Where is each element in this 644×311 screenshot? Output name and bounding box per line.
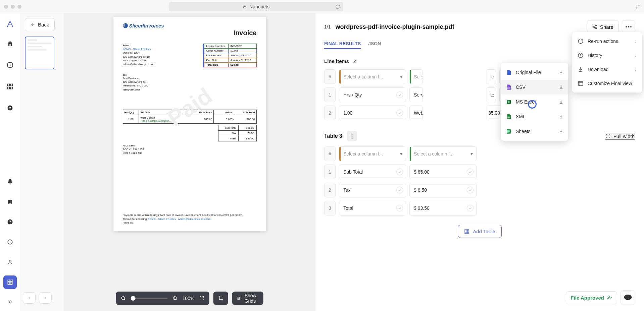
zoom-slider[interactable] <box>131 298 168 299</box>
svg-point-23 <box>351 137 352 138</box>
layout-icon <box>578 80 584 86</box>
cell[interactable]: $ 85.00 <box>409 165 477 179</box>
address-bar[interactable]: Nanonets <box>169 2 343 11</box>
download-xml[interactable]: XML XML <box>501 109 568 124</box>
tab-json[interactable]: JSON <box>368 41 381 49</box>
edit-icon[interactable] <box>353 59 358 64</box>
menu-download[interactable]: Download › Original File CSV CSV <box>572 62 642 76</box>
svg-point-21 <box>351 133 352 134</box>
next-page-button[interactable] <box>39 292 52 304</box>
home-icon[interactable] <box>3 37 17 50</box>
svg-text:?: ? <box>9 220 11 224</box>
back-button[interactable]: Back <box>25 18 55 31</box>
expand-window-icon[interactable] <box>635 4 640 9</box>
file-approved-button[interactable]: File Approved <box>566 291 617 304</box>
compass-icon[interactable] <box>3 101 17 115</box>
download-original-file[interactable]: Original File <box>501 65 568 80</box>
page-nav <box>23 292 52 304</box>
doc-footer: Payment is due within 30 days from date … <box>123 213 257 225</box>
cell[interactable]: $ 93.50 <box>409 201 477 215</box>
column-header-1[interactable]: Select a column l...▾ <box>339 69 406 84</box>
bell-icon[interactable] <box>3 175 17 188</box>
data-grid-icon[interactable] <box>3 275 17 289</box>
excel-file-icon: X <box>506 99 512 105</box>
results-panel: 1/1 wordpress-pdf-invoice-plugin-sample.… <box>315 13 644 311</box>
menu-rerun-actions[interactable]: Re-run actions › <box>572 34 642 48</box>
close-window-icon[interactable] <box>4 5 8 9</box>
show-grids-button[interactable]: Show Grids <box>232 292 263 305</box>
svg-text:X: X <box>508 101 509 104</box>
download-submenu: Original File CSV CSV X MS Excel XM <box>501 63 568 141</box>
expand-rail-icon[interactable] <box>7 300 13 305</box>
user-icon[interactable] <box>3 255 17 269</box>
menu-customize-view[interactable]: Customize Final view <box>572 76 642 90</box>
sheets-file-icon <box>506 128 512 135</box>
arrow-left-icon <box>31 22 35 27</box>
full-width-button[interactable]: Full width <box>605 133 635 140</box>
svg-rect-32 <box>578 81 583 85</box>
cell[interactable]: Tax <box>339 183 406 197</box>
download-sheets[interactable]: Sheets <box>501 124 568 139</box>
add-table-label: Add Table <box>473 229 495 234</box>
prev-page-button[interactable] <box>23 292 36 304</box>
cell[interactable]: Total <box>339 201 406 215</box>
maximize-window-icon[interactable] <box>17 5 21 9</box>
svg-point-18 <box>626 26 627 27</box>
zoom-in-icon[interactable] <box>172 296 178 301</box>
svg-point-22 <box>351 135 352 136</box>
row-num: 3 <box>324 201 336 215</box>
app-logo[interactable] <box>5 19 15 29</box>
file-name: wordpress-pdf-invoice-plugin-sample.pdf <box>335 23 454 30</box>
column-header-3[interactable]: le <box>486 69 496 84</box>
cell[interactable]: Hrs / Qty <box>339 87 406 102</box>
book-icon[interactable] <box>3 195 17 208</box>
bank-block: ANZ Bank ACC # 1234 1234 BSB # 4321 432 <box>123 144 257 155</box>
left-nav-rail: ? <box>0 13 20 311</box>
cell[interactable]: Web <box>409 106 423 120</box>
refresh-icon <box>578 38 584 44</box>
chevron-right-icon: › <box>635 39 637 44</box>
crop-button[interactable] <box>213 292 228 305</box>
menu-history[interactable]: History › <box>572 48 642 62</box>
window-controls <box>4 5 21 9</box>
info-icon[interactable] <box>3 235 17 249</box>
add-table-button[interactable]: Add Table <box>458 225 501 238</box>
help-icon[interactable]: ? <box>3 215 17 229</box>
approval-bar: File Approved <box>566 290 635 305</box>
row-num: 2 <box>324 106 336 120</box>
column-header-2[interactable]: Select a column l... <box>409 69 423 84</box>
cell[interactable]: Sub Total <box>339 165 406 179</box>
xml-file-icon: XML <box>506 113 512 120</box>
table-icon <box>464 229 469 234</box>
thumbnail-sidebar: Back <box>20 13 64 311</box>
column-header[interactable]: Select a column l...▾ <box>409 146 477 161</box>
fullscreen-icon[interactable] <box>199 296 204 301</box>
minimize-window-icon[interactable] <box>11 5 15 9</box>
table-options-button[interactable] <box>347 131 357 141</box>
cell[interactable]: Serv <box>409 87 423 102</box>
expand-icon <box>605 133 611 139</box>
cell[interactable]: $ 8.50 <box>409 183 477 197</box>
column-hash: # <box>324 146 336 161</box>
svg-rect-0 <box>244 6 246 8</box>
zoom-out-icon[interactable] <box>121 296 126 301</box>
tab-final-results[interactable]: FINAL RESULTS <box>324 41 361 49</box>
svg-rect-24 <box>465 230 469 234</box>
cell[interactable]: te <box>486 87 496 102</box>
document-page[interactable]: Paid SlicedInvoices Invoice From: DEMO -… <box>113 17 266 231</box>
reload-icon[interactable] <box>335 4 340 9</box>
more-button[interactable] <box>622 20 635 34</box>
share-button[interactable]: Share <box>587 20 618 34</box>
chat-widget[interactable] <box>621 290 635 305</box>
download-excel[interactable]: X MS Excel <box>501 95 568 109</box>
more-menu: Re-run actions › History › Download › Or… <box>572 32 642 92</box>
apps-icon[interactable] <box>3 80 17 93</box>
cell[interactable]: 1.00 <box>339 106 406 120</box>
svg-point-20 <box>630 26 632 27</box>
download-csv[interactable]: CSV CSV <box>501 80 568 95</box>
page-thumbnail[interactable] <box>25 37 54 69</box>
doc-title: Invoice <box>123 29 257 37</box>
column-header[interactable]: Select a column l...▾ <box>339 146 406 161</box>
svg-rect-11 <box>8 280 12 285</box>
add-icon[interactable] <box>3 58 17 72</box>
